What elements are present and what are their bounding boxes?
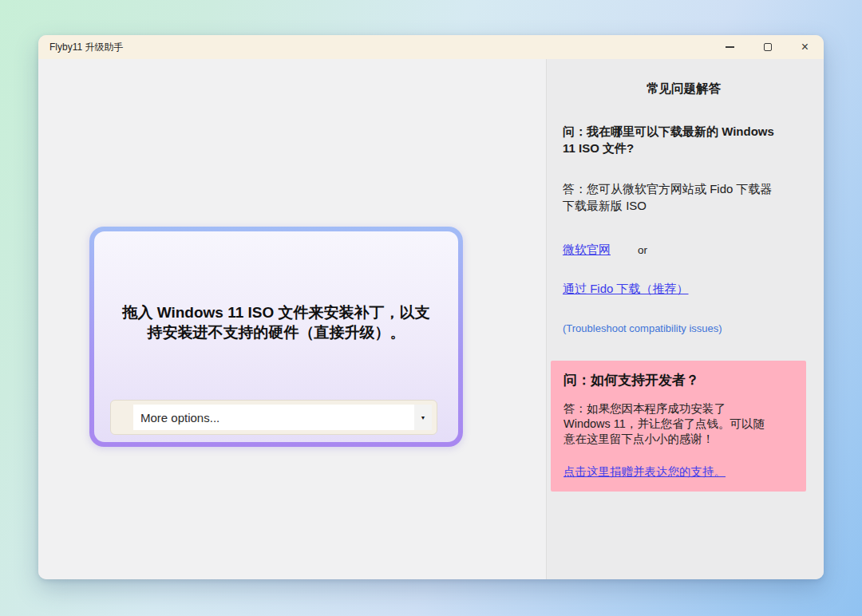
- fido-download-link[interactable]: 通过 Fido 下载（推荐）: [563, 282, 689, 295]
- faq-answer-download: 答：您可从微软官方网站或 Fido 下载器下载最新版 ISO: [563, 181, 783, 214]
- support-answer: 答：如果您因本程序成功安装了 Windows 11，并让您省了点钱。可以随意在这…: [563, 401, 766, 448]
- window-body: 拖入 Windows 11 ISO 文件来安装补丁，以支持安装进不支持的硬件（直…: [38, 59, 824, 579]
- main-pane: 拖入 Windows 11 ISO 文件来安装补丁，以支持安装进不支持的硬件（直…: [38, 59, 547, 579]
- window-controls: ×: [711, 35, 824, 59]
- faq-sidebar: 常见问题解答 问：我在哪里可以下载最新的 Windows 11 ISO 文件? …: [547, 59, 824, 579]
- more-options-value[interactable]: More options...: [133, 405, 414, 430]
- maximize-button[interactable]: [749, 35, 786, 59]
- fido-link-row: 通过 Fido 下载（推荐）: [563, 282, 805, 297]
- close-button[interactable]: ×: [786, 35, 824, 59]
- download-links-row: 微软官网 or: [563, 243, 805, 258]
- iso-drop-zone[interactable]: 拖入 Windows 11 ISO 文件来安装补丁，以支持安装进不支持的硬件（直…: [89, 227, 463, 447]
- combobox-dropdown-button[interactable]: ▼: [414, 405, 432, 430]
- window-title: Flyby11 升级助手: [49, 41, 123, 54]
- troubleshoot-row: (Troubleshoot compatibility issues): [563, 322, 805, 334]
- faq-title: 常见问题解答: [563, 81, 805, 97]
- or-text: or: [638, 244, 647, 256]
- titlebar: Flyby11 升级助手 ×: [38, 35, 824, 59]
- drop-instruction-text: 拖入 Windows 11 ISO 文件来安装补丁，以支持安装进不支持的硬件（直…: [120, 303, 433, 342]
- faq-question-download: 问：我在哪里可以下载最新的 Windows 11 ISO 文件?: [563, 124, 780, 156]
- close-icon: ×: [801, 41, 809, 53]
- chevron-down-icon: ▼: [421, 415, 426, 421]
- minimize-icon: [726, 46, 734, 48]
- app-window: Flyby11 升级助手 × 拖入 Windows 11 ISO 文件来安装补丁…: [38, 35, 824, 579]
- microsoft-official-link[interactable]: 微软官网: [563, 243, 611, 258]
- more-options-combobox[interactable]: More options... ▼: [110, 400, 437, 435]
- support-question: 问：如何支持开发者？: [563, 371, 793, 389]
- minimize-button[interactable]: [711, 35, 749, 59]
- troubleshoot-link[interactable]: (Troubleshoot compatibility issues): [563, 322, 722, 334]
- donate-link[interactable]: 点击这里捐赠并表达您的支持。: [563, 464, 726, 480]
- support-developer-box: 问：如何支持开发者？ 答：如果您因本程序成功安装了 Windows 11，并让您…: [551, 361, 806, 492]
- iso-drop-zone-inner: 拖入 Windows 11 ISO 文件来安装补丁，以支持安装进不支持的硬件（直…: [94, 231, 458, 442]
- maximize-icon: [764, 43, 772, 51]
